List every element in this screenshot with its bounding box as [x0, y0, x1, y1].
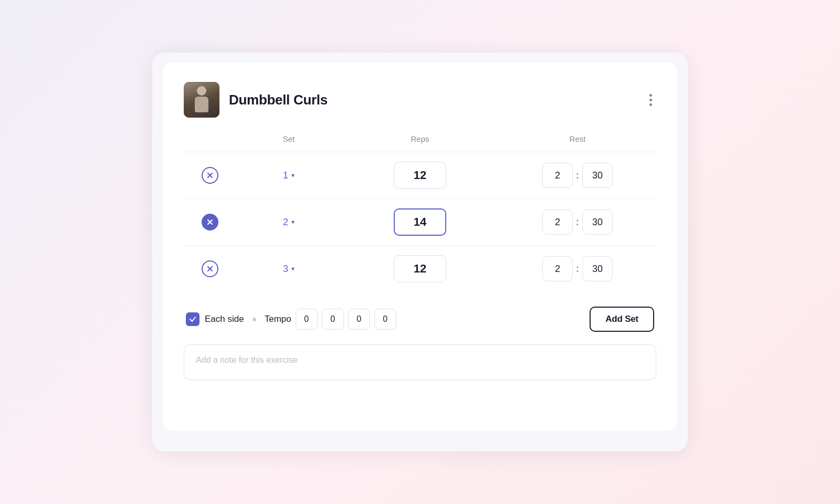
rest-min-input-3[interactable] [542, 256, 573, 281]
delete-cell [184, 152, 236, 199]
table-row: 1 ▾ : [184, 152, 656, 199]
more-dot-2 [649, 99, 652, 101]
col-header-set: Set [236, 134, 341, 152]
rest-colon-1: : [576, 170, 579, 181]
tempo-input-3[interactable] [348, 309, 370, 330]
tempo-group: Tempo [265, 309, 396, 330]
set-number-button-2[interactable]: 2 ▾ [283, 217, 295, 228]
set-number-text: 1 [283, 170, 288, 181]
rest-sec-input-2[interactable] [582, 209, 613, 235]
delete-set-button-1[interactable] [202, 167, 218, 184]
reps-cell [341, 199, 499, 246]
check-icon [189, 316, 196, 323]
chevron-down-icon: ▾ [291, 172, 295, 179]
delete-cell [184, 246, 236, 292]
more-options-button[interactable] [645, 90, 656, 110]
delete-cell [184, 199, 236, 246]
rest-group-2: : [542, 209, 613, 235]
tempo-input-4[interactable] [374, 309, 396, 330]
rest-min-input-2[interactable] [542, 209, 573, 235]
rest-sec-input-3[interactable] [582, 256, 613, 281]
rest-sec-input-1[interactable] [582, 163, 613, 188]
more-dot-1 [649, 94, 652, 97]
rest-cell: : [499, 246, 656, 292]
delete-set-button-3[interactable] [202, 260, 218, 277]
rest-group-1: : [542, 163, 613, 188]
tempo-input-1[interactable] [296, 309, 318, 330]
set-number-cell: 1 ▾ [236, 152, 341, 199]
reps-cell [341, 152, 499, 199]
dot-separator [253, 318, 256, 321]
exercise-title: Dumbbell Curls [229, 92, 328, 108]
inner-card: Dumbbell Curls Set Reps Rest [163, 63, 677, 430]
tempo-input-2[interactable] [322, 309, 344, 330]
col-header-delete [184, 134, 236, 152]
set-number-text: 2 [283, 217, 288, 228]
reps-input-3[interactable] [394, 255, 446, 282]
tempo-label: Tempo [265, 314, 291, 324]
set-number-cell: 3 ▾ [236, 246, 341, 292]
rest-min-input-1[interactable] [542, 163, 573, 188]
col-header-reps: Reps [341, 134, 499, 152]
add-set-button[interactable]: Add Set [590, 307, 654, 332]
rest-cell: : [499, 152, 656, 199]
each-side-group: Each side [186, 312, 244, 326]
x-icon [206, 172, 214, 179]
chevron-down-icon: ▾ [291, 265, 295, 272]
exercise-header-left: Dumbbell Curls [184, 82, 328, 118]
delete-set-button-2[interactable] [202, 214, 218, 230]
rest-cell: : [499, 199, 656, 246]
reps-cell [341, 246, 499, 292]
table-row: 3 ▾ : [184, 246, 656, 292]
rest-colon-3: : [576, 264, 579, 275]
set-number-text: 3 [283, 264, 288, 275]
set-number-button-3[interactable]: 3 ▾ [283, 264, 295, 275]
rest-colon-2: : [576, 217, 579, 228]
table-row: 2 ▾ : [184, 199, 656, 246]
set-number-cell: 2 ▾ [236, 199, 341, 246]
set-number-button-1[interactable]: 1 ▾ [283, 170, 295, 181]
exercise-header: Dumbbell Curls [184, 82, 656, 118]
more-dot-3 [649, 103, 652, 106]
reps-input-2[interactable] [394, 208, 446, 236]
left-controls: Each side Tempo [186, 309, 396, 330]
note-input[interactable] [184, 344, 656, 380]
outer-card: Dumbbell Curls Set Reps Rest [152, 52, 688, 452]
x-icon [206, 218, 214, 226]
reps-input-1[interactable] [394, 162, 446, 189]
each-side-checkbox[interactable] [186, 312, 200, 326]
each-side-label: Each side [205, 314, 244, 324]
bottom-controls: Each side Tempo Add Set [184, 307, 656, 332]
x-icon [206, 265, 214, 272]
col-header-rest: Rest [499, 134, 656, 152]
sets-table: Set Reps Rest 1 ▾ [184, 134, 656, 292]
chevron-down-icon: ▾ [291, 218, 295, 226]
rest-group-3: : [542, 256, 613, 281]
exercise-thumbnail [184, 82, 219, 118]
